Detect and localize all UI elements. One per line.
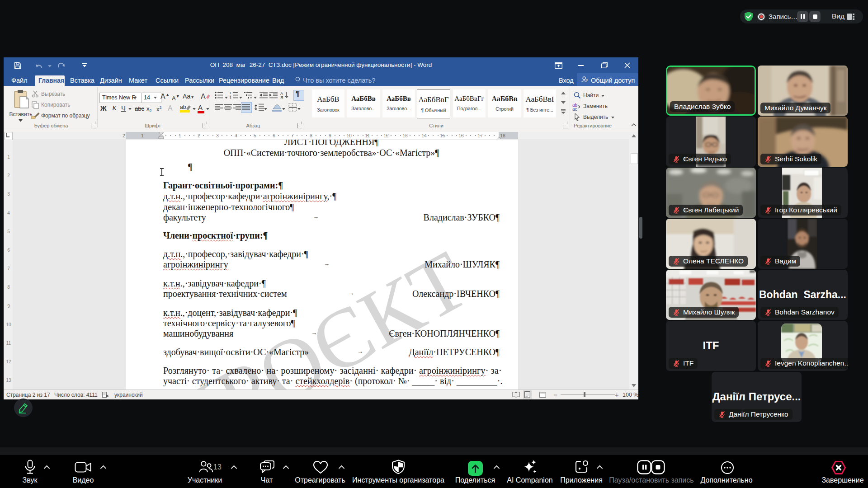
- svg-text:ac: ac: [572, 107, 577, 111]
- svg-text:А: А: [201, 93, 206, 100]
- svg-text:Я: Я: [280, 95, 283, 99]
- svg-text:3: 3: [230, 97, 231, 99]
